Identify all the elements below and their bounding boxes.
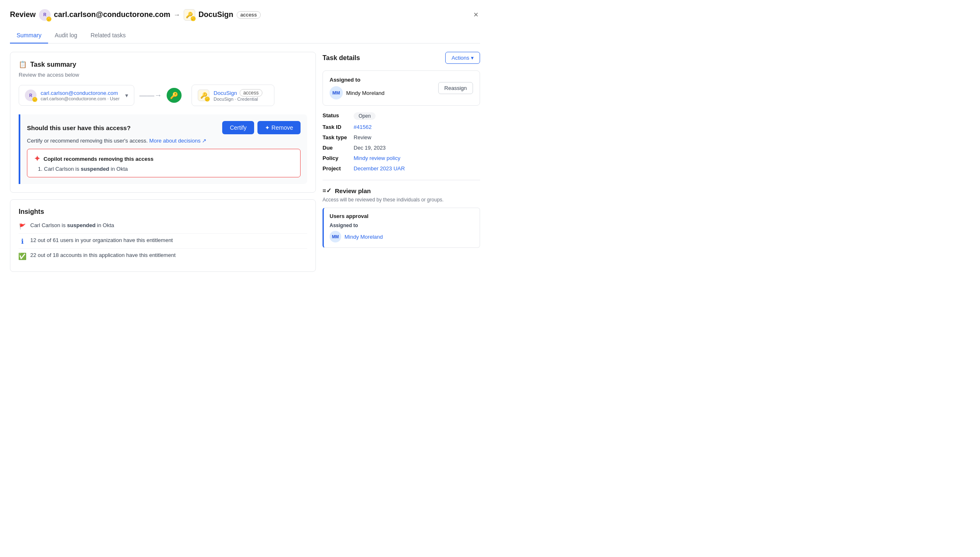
insights-card: Insights 🚩 Carl Carlson is suspended in …: [10, 199, 316, 272]
policy-link[interactable]: Mindy review policy: [354, 155, 400, 161]
app-entity-icon: 🔑 🔑: [198, 90, 209, 101]
left-panel: 📋 Task summary Review the access below R…: [10, 52, 316, 272]
task-summary-subtitle: Review the access below: [19, 72, 307, 78]
flag-icon: 🚩: [19, 223, 26, 230]
task-summary-title: 📋 Task summary: [19, 61, 307, 68]
app-entity-info: DocuSign access DocuSign · Credential: [213, 89, 262, 102]
decision-header: Should this user have this access? Certi…: [27, 121, 301, 134]
actions-button[interactable]: Actions ▾: [445, 52, 480, 64]
user-entity: R 🔑 carl.carlson@conductorone.com carl.c…: [19, 85, 134, 106]
copilot-header: ✦ Copilot recommends removing this acces…: [34, 154, 294, 163]
plus-icon: ✦: [265, 124, 270, 131]
copilot-reasons: Carl Carlson is suspended in Okta: [34, 166, 294, 172]
content-area: 📋 Task summary Review the access below R…: [10, 52, 480, 272]
insight-item-1: 🚩 Carl Carlson is suspended in Okta: [19, 219, 307, 234]
user-email: carl.carlson@conductorone.com: [54, 10, 170, 19]
project-key: Project: [323, 165, 347, 172]
assigned-to-label: Assigned to: [330, 77, 385, 83]
access-badge: access: [237, 11, 261, 19]
user-entity-badge: 🔑: [32, 97, 37, 102]
due-key: Due: [323, 145, 347, 151]
decision-title: Should this user have this access?: [27, 124, 131, 131]
assigned-to-box: Assigned to MM Mindy Moreland Reassign: [323, 70, 480, 106]
review-plan-section: ≡✓ Review plan Access will be reviewed b…: [323, 180, 480, 248]
info-icon: ℹ: [19, 237, 26, 245]
check-circle-icon: ✅: [19, 252, 26, 260]
access-flow: R 🔑 carl.carlson@conductorone.com carl.c…: [19, 85, 307, 106]
assigned-left: Assigned to MM Mindy Moreland: [330, 77, 385, 99]
user-entity-sub: carl.carlson@conductorone.com · User: [41, 96, 119, 101]
task-details-header: Task details Actions ▾: [323, 52, 480, 64]
approval-title: Users approval: [330, 213, 474, 219]
reassign-button[interactable]: Reassign: [438, 82, 473, 94]
decision-desc: Certify or recommend removing this user'…: [27, 138, 301, 144]
modal-title: Review R 🔑 carl.carlson@conductorone.com…: [10, 9, 261, 21]
assigned-person: MM Mindy Moreland: [330, 86, 385, 99]
task-id-key: Task ID: [323, 124, 347, 130]
right-panel: Task details Actions ▾ Assigned to MM Mi…: [323, 52, 480, 272]
status-key: Status: [323, 112, 347, 120]
chevron-down-icon: ▾: [125, 92, 128, 99]
app-name: DocuSign: [199, 10, 233, 19]
task-id-link[interactable]: #41562: [354, 124, 371, 130]
policy-value: Mindy review policy: [354, 155, 480, 161]
app-access-badge: access: [240, 89, 262, 97]
task-details-title: Task details: [323, 54, 360, 62]
task-summary-icon: 📋: [19, 61, 27, 68]
review-plan-icon: ≡✓: [323, 187, 332, 194]
certify-button[interactable]: Certify: [222, 121, 254, 134]
remove-button[interactable]: ✦ Remove: [257, 121, 301, 134]
tab-related-tasks[interactable]: Related tasks: [84, 28, 132, 44]
task-type-key: Task type: [323, 134, 347, 140]
due-value: Dec 19, 2023: [354, 145, 480, 151]
user-entity-name: carl.carlson@conductorone.com: [41, 90, 119, 96]
review-label: Review: [10, 10, 36, 19]
right-arrow-icon: ——→: [139, 91, 162, 100]
app-entity-sub: DocuSign · Credential: [213, 97, 262, 102]
approval-assignee-link[interactable]: Mindy Moreland: [344, 234, 383, 240]
tab-summary[interactable]: Summary: [10, 28, 48, 44]
decision-buttons: Certify ✦ Remove: [222, 121, 301, 134]
tab-audit-log[interactable]: Audit log: [48, 28, 84, 44]
tabs-container: Summary Audit log Related tasks: [10, 28, 480, 44]
decision-section: Should this user have this access? Certi…: [19, 114, 307, 184]
arrow-icon: →: [174, 11, 180, 19]
approval-avatar: MM: [330, 231, 341, 242]
task-type-value: Review: [354, 134, 480, 140]
details-grid: Status Open Task ID #41562 Task type Rev…: [323, 112, 480, 172]
approval-person: MM Mindy Moreland: [330, 231, 474, 242]
review-plan-title: ≡✓ Review plan: [323, 187, 480, 194]
copilot-box: ✦ Copilot recommends removing this acces…: [27, 149, 301, 177]
modal-header: Review R 🔑 carl.carlson@conductorone.com…: [10, 8, 480, 21]
review-plan-desc: Access will be reviewed by these individ…: [323, 197, 480, 203]
app-badge-icon: 🔑: [191, 16, 196, 21]
task-id-value: #41562: [354, 124, 480, 130]
approval-box: Users approval Assigned to MM Mindy More…: [323, 208, 480, 248]
project-link[interactable]: December 2023 UAR: [354, 165, 405, 172]
chevron-down-icon: ▾: [471, 55, 474, 61]
policy-key: Policy: [323, 155, 347, 161]
user-badge-icon: 🔑: [46, 17, 51, 22]
app-entity: 🔑 🔑 DocuSign access DocuSign · Credentia…: [192, 85, 274, 106]
insight-item-2: ℹ 12 out of 61 users in your organizatio…: [19, 234, 307, 249]
modal: Review R 🔑 carl.carlson@conductorone.com…: [0, 0, 490, 280]
status-open-badge: Open: [354, 112, 376, 120]
project-value: December 2023 UAR: [354, 165, 480, 172]
more-about-decisions-link[interactable]: More about decisions ↗: [149, 138, 206, 144]
app-entity-badge: 🔑: [205, 97, 210, 102]
approval-assigned-label: Assigned to: [330, 223, 474, 228]
insight-item-3: ✅ 22 out of 18 accounts in this applicat…: [19, 249, 307, 263]
user-entity-avatar: R 🔑: [25, 90, 36, 101]
flow-connector: ——→: [139, 91, 162, 100]
insights-title: Insights: [19, 208, 307, 216]
close-button[interactable]: ×: [472, 8, 480, 21]
assignee-name: Mindy Moreland: [346, 90, 385, 96]
key-circle-icon: 🔑: [167, 88, 182, 103]
status-value: Open: [354, 112, 480, 120]
task-summary-card: 📋 Task summary Review the access below R…: [10, 52, 316, 193]
user-avatar: R 🔑: [39, 9, 51, 21]
app-icon: 🔑 🔑: [184, 9, 195, 21]
user-entity-info: carl.carlson@conductorone.com carl.carls…: [41, 90, 119, 101]
copilot-reason-item: Carl Carlson is suspended in Okta: [44, 166, 294, 172]
assignee-avatar: MM: [330, 86, 343, 99]
